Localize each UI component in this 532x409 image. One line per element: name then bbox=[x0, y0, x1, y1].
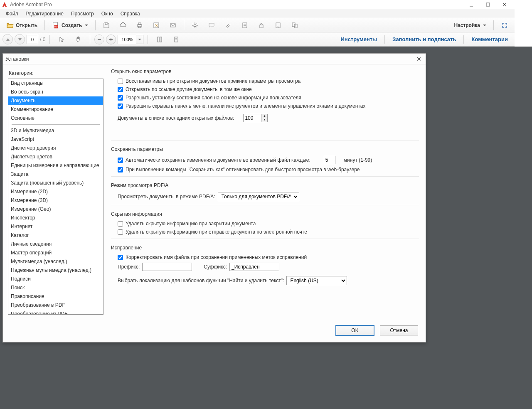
combine-button[interactable] bbox=[287, 20, 302, 31]
category-item[interactable]: Личные сведения bbox=[8, 240, 103, 249]
svg-rect-26 bbox=[175, 37, 178, 42]
category-item[interactable]: Во весь экран bbox=[8, 88, 103, 96]
maximize-button[interactable] bbox=[480, 0, 496, 9]
category-item[interactable]: Преобразование из PDF bbox=[8, 310, 103, 315]
category-item[interactable]: Преобразование в PDF bbox=[8, 301, 103, 310]
window-title: Adobe Acrobat Pro bbox=[10, 2, 463, 7]
category-item[interactable]: Подписи bbox=[8, 275, 103, 283]
edit-text-button[interactable] bbox=[221, 20, 236, 31]
locale-select[interactable]: English (US) bbox=[286, 276, 347, 285]
toolbar-secondary: / 0 Инструменты Заполнить и подписать Ко… bbox=[0, 32, 515, 47]
autosave-minutes-input[interactable] bbox=[324, 156, 335, 164]
pdfa-mode-select[interactable]: Только для документов PDF/A bbox=[218, 192, 299, 201]
prefix-input[interactable] bbox=[142, 263, 192, 271]
adjust-filename-checkbox[interactable] bbox=[118, 255, 123, 260]
comment-button[interactable] bbox=[204, 20, 219, 31]
recent-files-spinner[interactable]: ▲▼ bbox=[243, 114, 268, 122]
zoom-combo[interactable] bbox=[118, 35, 143, 44]
category-item[interactable]: Мастер операций bbox=[8, 249, 103, 257]
print-button[interactable] bbox=[132, 20, 147, 31]
gear-icon bbox=[191, 22, 199, 29]
menu-view[interactable]: Просмотр bbox=[68, 10, 97, 17]
protect-button[interactable] bbox=[254, 20, 269, 31]
category-item[interactable]: Мультимедиа (унаслед.) bbox=[8, 257, 103, 266]
folder-open-icon bbox=[6, 22, 14, 29]
open-button[interactable]: Открыть bbox=[2, 20, 41, 31]
spinner-down[interactable]: ▼ bbox=[261, 118, 267, 122]
category-item[interactable]: Каталог bbox=[8, 231, 103, 240]
settings-gear-button[interactable] bbox=[187, 20, 202, 31]
customize-button[interactable]: Настройка bbox=[450, 20, 490, 31]
locale-label: Выбрать локализацию для шаблонов функции… bbox=[118, 278, 284, 283]
zoom-in-button[interactable] bbox=[106, 34, 116, 44]
category-item[interactable]: Защита (повышенный уровень) bbox=[8, 179, 103, 187]
suffix-input[interactable] bbox=[229, 263, 279, 271]
category-item[interactable]: Измерение (3D) bbox=[8, 196, 103, 205]
dialog-close-button[interactable]: ✕ bbox=[415, 56, 423, 62]
remove-on-close-checkbox[interactable] bbox=[118, 221, 123, 227]
categories-listbox[interactable]: Вид страницы Во весь экран Документы Ком… bbox=[8, 79, 103, 315]
form-button[interactable] bbox=[237, 20, 252, 31]
category-item[interactable]: Надежная мультимедиа (унаслед.) bbox=[8, 266, 103, 275]
autosave-checkbox[interactable] bbox=[118, 158, 123, 163]
fit-page-button[interactable] bbox=[152, 34, 167, 45]
recent-files-label: Документы в списке последних открытых фа… bbox=[118, 115, 234, 121]
group-heading: Скрытая информация bbox=[111, 211, 419, 217]
category-item[interactable]: Правописание bbox=[8, 292, 103, 301]
zoom-input[interactable] bbox=[118, 35, 136, 44]
create-button[interactable]: PDF Создать bbox=[48, 20, 92, 31]
category-item[interactable]: Инспектор bbox=[8, 214, 103, 222]
menu-edit[interactable]: Редактирование bbox=[22, 10, 67, 17]
fullscreen-button[interactable] bbox=[497, 20, 512, 31]
ok-button[interactable]: OK bbox=[336, 325, 374, 335]
category-item[interactable]: Единицы измерения и направляющие bbox=[8, 161, 103, 170]
menu-file[interactable]: Файл bbox=[2, 10, 22, 17]
dialog-title-text: Установки bbox=[5, 56, 415, 62]
restore-view-checkbox[interactable] bbox=[118, 79, 123, 84]
comments-link[interactable]: Комментарии bbox=[471, 36, 508, 42]
fit-width-button[interactable] bbox=[169, 34, 184, 45]
page-down-button[interactable] bbox=[15, 34, 25, 44]
minimize-button[interactable] bbox=[463, 0, 480, 9]
svg-rect-17 bbox=[260, 25, 263, 28]
close-button[interactable] bbox=[496, 0, 513, 9]
page-number-input[interactable] bbox=[27, 35, 38, 44]
cancel-button[interactable]: Отмена bbox=[380, 325, 418, 335]
category-item[interactable]: Диспетчер доверия bbox=[8, 144, 103, 153]
hide-menubar-checkbox[interactable] bbox=[118, 103, 123, 109]
category-item[interactable]: Диспетчер цветов bbox=[8, 153, 103, 161]
category-item[interactable]: Поиск bbox=[8, 283, 103, 292]
category-item[interactable]: Защита bbox=[8, 170, 103, 179]
same-window-checkbox[interactable] bbox=[118, 87, 123, 92]
category-item[interactable]: Интернет bbox=[8, 222, 103, 231]
remove-on-email-checkbox[interactable] bbox=[118, 229, 123, 235]
hand-tool[interactable] bbox=[71, 34, 86, 45]
category-item[interactable]: Основные bbox=[8, 114, 103, 123]
sign-button[interactable] bbox=[271, 20, 286, 31]
optimize-web-checkbox[interactable] bbox=[118, 167, 123, 172]
page-up-button[interactable] bbox=[2, 34, 13, 44]
menu-help[interactable]: Справка bbox=[117, 10, 143, 17]
category-item-selected[interactable]: Документы bbox=[8, 96, 103, 105]
share-button[interactable] bbox=[149, 20, 164, 31]
category-item[interactable]: JavaScript bbox=[8, 135, 103, 144]
zoom-out-button[interactable] bbox=[94, 34, 104, 44]
email-button[interactable] bbox=[165, 20, 180, 31]
category-item[interactable]: Вид страницы bbox=[8, 79, 103, 88]
suffix-label: Суффикс: bbox=[204, 264, 227, 270]
tools-link[interactable]: Инструменты bbox=[340, 36, 377, 42]
fill-sign-link[interactable]: Заполнить и подписать bbox=[392, 36, 456, 42]
spinner-up[interactable]: ▲ bbox=[261, 114, 267, 118]
save-button[interactable] bbox=[99, 20, 114, 31]
categories-column: Категории: Вид страницы Во весь экран До… bbox=[8, 69, 103, 320]
category-item[interactable]: 3D и Мультимедиа bbox=[8, 126, 103, 135]
cloud-button[interactable] bbox=[116, 20, 131, 31]
pointer-tool[interactable] bbox=[54, 34, 69, 45]
toolbar-separator bbox=[44, 20, 45, 30]
menu-window[interactable]: Окно bbox=[98, 10, 116, 17]
category-item[interactable]: Комментирование bbox=[8, 105, 103, 114]
layer-state-checkbox[interactable] bbox=[118, 95, 123, 101]
category-item[interactable]: Измерение (Geo) bbox=[8, 205, 103, 214]
recent-files-input[interactable] bbox=[243, 114, 261, 122]
category-item[interactable]: Измерение (2D) bbox=[8, 187, 103, 196]
